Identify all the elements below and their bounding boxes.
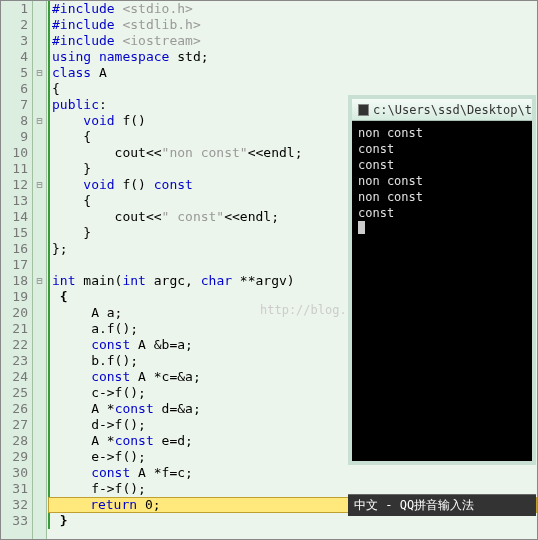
line-number: 5 [1, 65, 28, 81]
line-number: 29 [1, 449, 28, 465]
ime-text: 中文 - QQ拼音输入法 [354, 498, 474, 512]
fold-marker[interactable] [33, 129, 46, 145]
fold-marker[interactable] [33, 81, 46, 97]
line-number: 18 [1, 273, 28, 289]
console-title-text: c:\Users\ssd\Desktop\t [373, 99, 532, 121]
console-cursor [358, 221, 365, 234]
code-line[interactable]: #include <stdlib.h> [48, 17, 537, 33]
fold-marker[interactable] [33, 17, 46, 33]
code-line[interactable]: const A *f=c; [48, 465, 537, 481]
fold-marker[interactable] [33, 49, 46, 65]
line-number: 8 [1, 113, 28, 129]
fold-marker[interactable] [33, 433, 46, 449]
line-number: 31 [1, 481, 28, 497]
fold-marker[interactable] [33, 353, 46, 369]
fold-marker[interactable] [33, 337, 46, 353]
fold-marker[interactable]: ⊟ [33, 273, 46, 289]
console-output: non const const constnon constnon const … [352, 121, 532, 461]
line-number: 4 [1, 49, 28, 65]
line-number: 2 [1, 17, 28, 33]
line-number-gutter: 1234567891011121314151617181920212223242… [1, 1, 33, 539]
fold-marker[interactable] [33, 241, 46, 257]
line-number: 11 [1, 161, 28, 177]
fold-marker[interactable] [33, 225, 46, 241]
ime-bar[interactable]: 中文 - QQ拼音输入法 [348, 494, 536, 516]
line-number: 1 [1, 1, 28, 17]
line-number: 3 [1, 33, 28, 49]
code-line[interactable]: using namespace std; [48, 49, 537, 65]
line-number: 9 [1, 129, 28, 145]
line-number: 23 [1, 353, 28, 369]
console-titlebar[interactable]: c:\Users\ssd\Desktop\t [352, 99, 532, 121]
fold-marker[interactable] [33, 321, 46, 337]
fold-marker[interactable] [33, 449, 46, 465]
fold-marker[interactable] [33, 257, 46, 273]
fold-marker[interactable] [33, 209, 46, 225]
fold-column[interactable]: ⊟⊟⊟⊟ [33, 1, 47, 539]
fold-marker[interactable] [33, 33, 46, 49]
fold-marker[interactable] [33, 385, 46, 401]
line-number: 28 [1, 433, 28, 449]
fold-marker[interactable] [33, 513, 46, 529]
line-number: 19 [1, 289, 28, 305]
console-line: non const [358, 189, 526, 205]
cmd-icon [358, 104, 369, 116]
line-number: 27 [1, 417, 28, 433]
line-number: 26 [1, 401, 28, 417]
line-number: 32 [1, 497, 28, 513]
line-number: 30 [1, 465, 28, 481]
fold-marker[interactable] [33, 193, 46, 209]
line-number: 6 [1, 81, 28, 97]
fold-marker[interactable] [33, 369, 46, 385]
line-number: 13 [1, 193, 28, 209]
code-line[interactable]: #include <iostream> [48, 33, 537, 49]
console-line: const [358, 157, 526, 173]
fold-marker[interactable]: ⊟ [33, 65, 46, 81]
line-number: 17 [1, 257, 28, 273]
console-window[interactable]: c:\Users\ssd\Desktop\t non const const c… [348, 95, 536, 465]
fold-marker[interactable] [33, 289, 46, 305]
console-line: non const [358, 125, 526, 141]
fold-marker[interactable]: ⊟ [33, 177, 46, 193]
line-number: 33 [1, 513, 28, 529]
line-number: 16 [1, 241, 28, 257]
line-number: 15 [1, 225, 28, 241]
console-line: non const [358, 173, 526, 189]
fold-marker[interactable] [33, 97, 46, 113]
fold-marker[interactable] [33, 481, 46, 497]
line-number: 22 [1, 337, 28, 353]
line-number: 10 [1, 145, 28, 161]
console-line: const [358, 141, 526, 157]
console-line: const [358, 205, 526, 221]
fold-marker[interactable] [33, 305, 46, 321]
line-number: 20 [1, 305, 28, 321]
line-number: 12 [1, 177, 28, 193]
fold-marker[interactable] [33, 1, 46, 17]
fold-marker[interactable] [33, 465, 46, 481]
line-number: 14 [1, 209, 28, 225]
line-number: 7 [1, 97, 28, 113]
code-line[interactable]: #include <stdio.h> [48, 1, 537, 17]
fold-marker[interactable]: ⊟ [33, 113, 46, 129]
line-number: 24 [1, 369, 28, 385]
line-number: 25 [1, 385, 28, 401]
fold-marker[interactable] [33, 161, 46, 177]
fold-marker[interactable] [33, 497, 46, 513]
fold-marker[interactable] [33, 145, 46, 161]
fold-marker[interactable] [33, 401, 46, 417]
fold-marker[interactable] [33, 417, 46, 433]
line-number: 21 [1, 321, 28, 337]
code-line[interactable]: class A [48, 65, 537, 81]
